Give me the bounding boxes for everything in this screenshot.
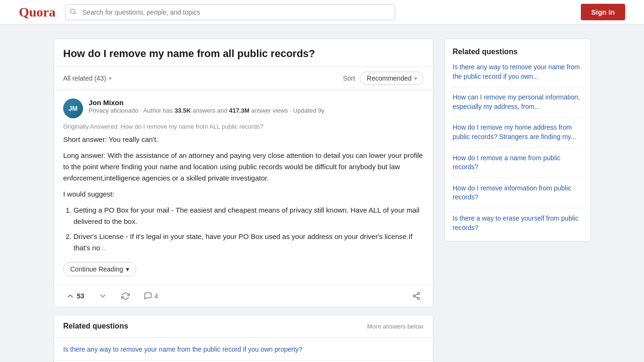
comment-icon xyxy=(144,292,152,300)
rq-main-link-1[interactable]: Is there any way to remove your name fro… xyxy=(63,345,423,354)
sidebar-rq-item: How do I remove information from public … xyxy=(453,184,583,208)
question-card: How do I remove my name from all public … xyxy=(53,39,433,307)
sidebar-rq-item: How do I remove a name from public recor… xyxy=(453,154,583,178)
rq-main-title: Related questions xyxy=(63,322,128,330)
sort-dropdown[interactable]: Recommended ▾ xyxy=(360,72,423,85)
filter-bar: All related (43) ▾ Sort Recommended ▾ xyxy=(54,67,433,90)
answers-count: 33.5K xyxy=(174,107,191,114)
refresh-icon xyxy=(121,292,130,300)
search-input[interactable] xyxy=(65,4,395,20)
downvote-button[interactable] xyxy=(96,290,110,302)
upvote-button[interactable]: 53 xyxy=(63,290,87,302)
author-info: Jon Mixon Privacy aficionado · Author ha… xyxy=(89,99,423,115)
quora-logo[interactable]: Quora xyxy=(19,5,56,20)
sidebar-rq-link-5[interactable]: How do I remove information from public … xyxy=(453,184,583,202)
sort-area: Sort Recommended ▾ xyxy=(343,72,423,85)
sidebar-rq-link-1[interactable]: Is there any way to remove your name fro… xyxy=(453,63,583,81)
sidebar-rq-link-6[interactable]: Is there a way to erase yourself from pu… xyxy=(453,214,583,232)
answers-label: answers and xyxy=(192,107,229,114)
chevron-down-icon: ▾ xyxy=(414,75,417,82)
rq-main-item: Is there any way to remove your name fro… xyxy=(54,339,433,361)
all-related-label: All related (43) xyxy=(63,74,106,82)
sidebar-rq-item: How do I remove my home address from pub… xyxy=(453,123,583,148)
share-icon xyxy=(412,292,421,300)
share-button[interactable] xyxy=(409,290,423,302)
svg-line-6 xyxy=(415,294,417,296)
upvote-icon xyxy=(66,292,74,300)
sign-in-button[interactable]: Sign In xyxy=(581,4,625,20)
sidebar-rq-link-2[interactable]: How can I remove my personal information… xyxy=(453,93,583,111)
suggest-intro: I would suggest: xyxy=(63,189,423,200)
sidebar-rq-item: How can I remove my personal information… xyxy=(453,93,583,117)
author-dot: · Author has xyxy=(140,107,174,114)
originally-answered: Originally Answered: How do I remove my … xyxy=(63,123,423,130)
continue-reading-button[interactable]: Continue Reading ▾ xyxy=(63,262,136,276)
search-icon xyxy=(70,8,76,16)
search-bar-container xyxy=(65,4,395,20)
rq-main-list: Is there any way to remove your name fro… xyxy=(54,337,433,362)
author-meta: Privacy aficionado · Author has 33.5K an… xyxy=(89,107,423,115)
truncated-indicator: ... xyxy=(100,244,106,252)
list-item-2-text: Driver's License - If it's legal in your… xyxy=(74,232,413,252)
rq-main-item: How can I remove my personal information… xyxy=(54,361,433,362)
long-answer-intro: Long answer: With the assistance of an a… xyxy=(63,150,423,184)
sort-label: Sort xyxy=(343,74,355,82)
all-related-dropdown[interactable]: All related (43) ▾ xyxy=(63,74,112,82)
more-answers-label: More answers below xyxy=(367,323,423,330)
suggestions-list: Getting a PO Box for your mail - The eas… xyxy=(63,205,423,254)
author-name[interactable]: Jon Mixon xyxy=(89,99,423,107)
related-questions-main-card: Related questions More answers below Is … xyxy=(53,315,433,362)
sidebar-rq-link-3[interactable]: How do I remove my home address from pub… xyxy=(453,123,583,141)
page-content: How do I remove my name from all public … xyxy=(44,25,600,362)
list-item-2: Driver's License - If it's legal in your… xyxy=(74,231,423,254)
short-answer: Short answer: You really can't. xyxy=(63,134,423,145)
avatar: JM xyxy=(63,99,83,118)
sidebar-title: Related questions xyxy=(453,48,583,56)
sort-value: Recommended xyxy=(367,74,412,82)
chevron-down-icon: ▾ xyxy=(109,75,112,82)
sidebar-rq-item: Is there any way to remove your name fro… xyxy=(453,63,583,87)
comment-button[interactable]: 4 xyxy=(141,290,161,302)
sidebar-rq-item: Is there a way to erase yourself from pu… xyxy=(453,214,583,232)
upvote-count: 53 xyxy=(77,292,84,300)
author-row: JM Jon Mixon Privacy aficionado · Author… xyxy=(63,99,423,118)
header-right: Sign In xyxy=(581,4,625,20)
svg-line-1 xyxy=(74,13,75,14)
continue-reading-label: Continue Reading xyxy=(70,265,123,273)
action-bar: 53 4 xyxy=(54,285,433,307)
answer-block: JM Jon Mixon Privacy aficionado · Author… xyxy=(54,90,433,285)
chevron-down-icon: ▾ xyxy=(126,265,129,273)
question-title: How do I remove my name from all public … xyxy=(54,39,433,67)
downvote-icon xyxy=(99,292,107,300)
svg-line-5 xyxy=(415,296,417,298)
answer-text: Short answer: You really can't. Long ans… xyxy=(63,134,423,276)
main-column: How do I remove my name from all public … xyxy=(53,39,433,362)
comment-count: 4 xyxy=(155,292,158,300)
sidebar-rq-link-4[interactable]: How do I remove a name from public recor… xyxy=(453,154,583,172)
avatar-inner: JM xyxy=(63,99,83,118)
sidebar-column: Related questions Is there any way to re… xyxy=(445,39,591,362)
list-item-1: Getting a PO Box for your mail - The eas… xyxy=(74,205,423,227)
share-rotate-button[interactable] xyxy=(118,290,132,302)
sidebar-card: Related questions Is there any way to re… xyxy=(445,39,591,241)
author-credential: Privacy aficionado xyxy=(89,107,139,114)
views-count: 417.3M xyxy=(229,107,249,114)
views-label: answer views · Updated 9y xyxy=(251,107,324,114)
header: Quora Sign In xyxy=(0,0,644,25)
rq-header: Related questions More answers below xyxy=(54,315,433,337)
